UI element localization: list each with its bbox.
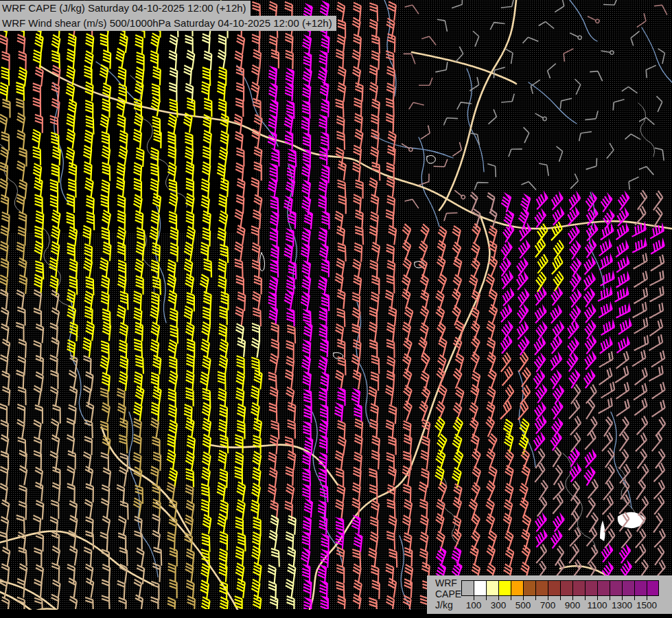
wind-barb [483,193,495,213]
wind-barb [14,290,24,309]
wind-barb [467,546,478,566]
wind-barb [496,334,514,353]
wind-barb [450,497,462,517]
wind-barb [581,527,599,547]
wind-barb [267,114,277,133]
wind-barb [531,528,549,547]
wind-barb [216,483,225,502]
border-line [308,216,489,618]
wind-barb [452,387,465,407]
wind-barb [284,130,293,149]
wind-barb [518,545,531,565]
wind-barb [581,222,599,241]
legend-swatch [597,580,610,596]
wind-barb [434,62,449,72]
wind-barb [516,449,530,469]
wind-barb [437,18,448,33]
wind-barb [302,322,312,341]
wind-barb [320,98,329,117]
wind-barb [649,480,667,499]
wind-barb [645,319,664,336]
wind-barb [647,382,667,398]
wind-barb [185,388,193,407]
wind-barb [539,20,554,34]
legend-title-line-2: CAPE [435,588,461,599]
wind-barb [580,319,597,339]
wind-barb [531,383,548,403]
wind-barb [639,165,653,180]
wind-barb [333,402,343,422]
wind-barb [386,114,394,133]
legend-tick-label: 1300 [612,600,632,610]
wind-barb [185,371,194,390]
wind-barb [319,484,328,503]
wind-barb [579,369,596,389]
wind-barb [118,323,128,342]
wind-barb [432,322,446,342]
wind-barb [303,404,311,423]
wind-barb [235,259,243,277]
wind-barb [614,480,631,500]
wind-barb [299,291,310,311]
wind-barb [183,242,193,262]
wind-barb [625,133,640,146]
wind-barb [267,565,276,584]
wind-barb [594,398,614,413]
wind-barb [531,272,548,292]
wind-barb [626,177,642,190]
wind-barb [303,210,312,229]
wind-barb [82,499,93,518]
wind-barb [645,365,665,380]
wind-barb [200,564,210,583]
wind-barb [350,18,360,37]
wind-barb [444,213,458,221]
wind-barb [616,529,634,548]
wind-barb [217,450,227,470]
wind-barb [32,290,42,309]
wind-barb [269,259,278,277]
wind-barb [250,483,260,503]
border-line [439,0,516,210]
wind-barb [32,420,42,439]
wind-barb [513,288,531,308]
wind-barb [66,418,75,437]
wind-barb [283,113,294,132]
wind-barb [496,367,514,386]
wind-barb [354,243,362,262]
wind-barb [116,516,126,536]
wind-barb [419,78,432,85]
wind-barb [513,304,530,323]
wind-barb [268,227,277,246]
wind-barb [497,287,515,306]
wind-barb [318,516,327,535]
wind-barb [135,242,145,261]
wind-barb [49,338,59,357]
wind-barb [69,259,78,278]
wind-barb [548,481,566,499]
wind-barb [580,385,598,403]
wind-barb [533,480,549,500]
wind-barb [611,366,631,382]
wind-barb [496,240,513,260]
wind-barb [404,52,415,67]
wind-barb [596,192,614,212]
wind-barb [449,369,463,389]
wind-barb [564,191,582,210]
wind-barb [596,222,616,240]
wind-barb [117,467,127,486]
legend-tick [535,596,536,600]
wind-barb [186,469,194,488]
wind-barb [318,307,327,325]
legend-tick-label: 500 [515,600,531,610]
wind-barb [515,367,532,387]
wind-barb [500,0,515,8]
wind-barb [271,549,279,567]
wind-barb [531,321,548,341]
wind-barb [302,52,311,71]
wind-barb [384,290,393,310]
wind-barb [67,483,74,502]
wind-barb [83,547,92,566]
wind-barb [318,435,327,453]
wind-barb [601,49,614,55]
wind-barb [448,242,461,262]
